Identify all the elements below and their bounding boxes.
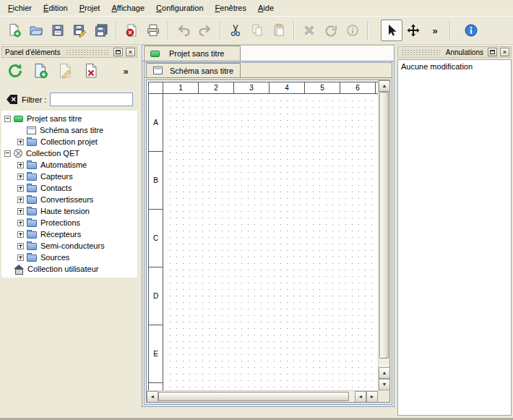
tree-expander-icon[interactable]: [17, 243, 24, 249]
open-file-button[interactable]: [25, 20, 47, 41]
tree-expander-icon[interactable]: [17, 254, 24, 261]
paste-button[interactable]: [268, 20, 290, 41]
delete-button[interactable]: [298, 20, 320, 41]
float-panel-button[interactable]: [113, 48, 123, 56]
tree-expander-icon[interactable]: [17, 173, 24, 180]
copy-button[interactable]: [246, 20, 268, 41]
save-as-button[interactable]: [69, 20, 90, 41]
scroll-left-button[interactable]: ◄: [355, 391, 366, 403]
menu-item[interactable]: Fichier: [2, 1, 38, 14]
tree-expander-icon[interactable]: [17, 208, 24, 215]
toolbar-separator: [367, 21, 368, 40]
tree-item[interactable]: Semi-conducteurs: [1, 240, 137, 252]
diagram-info-button[interactable]: [342, 20, 363, 41]
vertical-scroll-thumb[interactable]: [379, 92, 389, 359]
tree-expander-icon[interactable]: [17, 197, 24, 203]
tree-item[interactable]: Collection utilisateur: [1, 263, 137, 275]
tree-expander-icon[interactable]: [4, 150, 11, 157]
reload-collections-button[interactable]: [4, 61, 26, 81]
scroll-right-button[interactable]: ►: [366, 391, 378, 403]
vertical-scrollbar[interactable]: ▲ ▲ ▼: [378, 80, 389, 390]
save-button[interactable]: [47, 20, 69, 41]
new-element-button[interactable]: [30, 61, 51, 81]
delete-icon: [302, 23, 316, 38]
float-panel-button[interactable]: [488, 48, 497, 56]
menu-item[interactable]: Aide: [252, 1, 280, 14]
close-icon: ×: [503, 49, 506, 56]
rotate-button[interactable]: [320, 20, 342, 41]
tree-expander-icon[interactable]: [17, 139, 24, 145]
about-qet-button[interactable]: [460, 20, 482, 41]
tree-expander-icon[interactable]: [4, 116, 11, 122]
scroll-down-button[interactable]: ▼: [379, 379, 390, 390]
edit-element-button[interactable]: [55, 61, 77, 81]
tree-item[interactable]: Haute tension: [1, 205, 137, 217]
diagram-page: 123456 ABCDE: [148, 82, 387, 403]
dock-grip-handle[interactable]: [66, 49, 109, 56]
diagram-tab[interactable]: Schéma sans titre: [146, 63, 241, 77]
tree-item-icon: [27, 139, 37, 146]
menu-item[interactable]: Fenêtres: [210, 1, 252, 14]
tree-item[interactable]: Capteurs: [1, 171, 137, 182]
tree-expander-icon[interactable]: [17, 185, 24, 192]
column-header: 5: [305, 82, 340, 93]
tree-item[interactable]: Contacts: [1, 182, 137, 194]
project-tab-bar: Projet sans titre: [142, 46, 394, 61]
print-button[interactable]: [142, 20, 164, 41]
tree-item[interactable]: Sources: [1, 252, 137, 263]
tree-item[interactable]: Récepteurs: [1, 228, 137, 240]
delete-element-button[interactable]: [80, 61, 102, 81]
menu-item[interactable]: Édition: [38, 1, 74, 14]
menu-item[interactable]: Projet: [74, 1, 106, 14]
undo-button[interactable]: [173, 20, 194, 41]
close-file-button[interactable]: [121, 20, 142, 41]
select-pointer-button[interactable]: [381, 20, 402, 41]
tree-item[interactable]: Projet sans titre: [1, 113, 137, 124]
tree-item-icon: [14, 149, 22, 158]
grid-dots: [164, 95, 387, 403]
cut-button[interactable]: [225, 20, 246, 41]
close-panel-button[interactable]: ×: [500, 48, 509, 56]
tree-expander-icon[interactable]: [17, 231, 24, 238]
diagram-view[interactable]: 123456 ABCDE ▲ ▲ ▼ ◄ ◄ ►: [146, 80, 390, 403]
project-tab[interactable]: Projet sans titre: [144, 46, 241, 61]
tree-item[interactable]: Collection QET: [1, 147, 137, 159]
panel-overflow-chevron-icon[interactable]: »: [120, 66, 132, 77]
menu-item[interactable]: Affichage: [105, 1, 150, 14]
toolbar-overflow-button[interactable]: »: [424, 20, 446, 41]
tree-item[interactable]: Schéma sans titre: [1, 124, 137, 136]
toolbar-separator: [220, 21, 221, 40]
column-headers: 123456: [163, 82, 387, 94]
move-view-button[interactable]: [402, 20, 424, 41]
tree-item[interactable]: Collection projet: [1, 136, 137, 147]
tree-expander-icon[interactable]: [17, 162, 24, 168]
filter-input[interactable]: [50, 93, 133, 106]
save-all-button[interactable]: [90, 20, 112, 41]
tree-item-label: Haute tension: [40, 207, 92, 215]
tree-expander-icon[interactable]: [17, 220, 24, 226]
close-panel-button[interactable]: ×: [126, 48, 135, 56]
mdi-area: Projet sans titre Schéma sans titre 1234…: [142, 45, 395, 407]
undo-history-list[interactable]: Aucune modification: [397, 59, 512, 416]
new-file-button[interactable]: [4, 20, 25, 41]
clear-filter-icon[interactable]: [6, 94, 18, 105]
scroll-left-button[interactable]: ◄: [147, 391, 158, 403]
redo-button[interactable]: [194, 20, 216, 41]
scroll-up-button[interactable]: ▲: [379, 80, 390, 92]
scroll-up-button[interactable]: ▲: [379, 367, 390, 379]
tree-item[interactable]: Convertisseurs: [1, 194, 137, 205]
tree-item[interactable]: Protections: [1, 217, 137, 228]
float-window-icon: [116, 50, 121, 54]
right-arrow-icon: ►: [370, 395, 375, 400]
row-header: B: [149, 152, 163, 210]
horizontal-scrollbar[interactable]: ◄ ◄ ►: [147, 390, 378, 402]
dock-grip-handle[interactable]: [401, 49, 440, 56]
tree-item-label: Protections: [40, 218, 83, 227]
tree-item-icon: [27, 197, 37, 204]
qelectrotech-window: Fichier Édition Projet Affichage Configu…: [0, 0, 513, 420]
menu-item[interactable]: Configuration: [150, 1, 209, 14]
horizontal-scroll-thumb[interactable]: [158, 392, 349, 401]
toolbar-separator: [449, 21, 451, 40]
tree-item[interactable]: Automatisme: [1, 159, 137, 171]
column-header: 2: [199, 82, 234, 93]
